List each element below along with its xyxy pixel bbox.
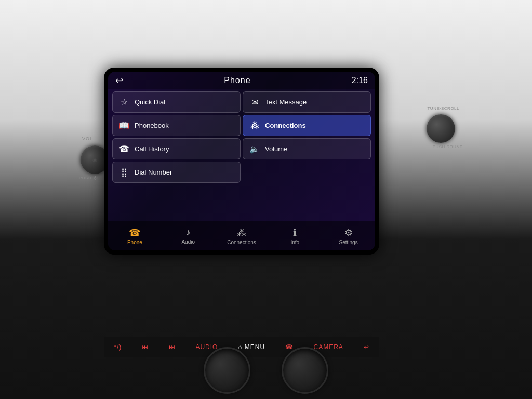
star-button[interactable]: */) — [114, 343, 122, 351]
tune-label: TUNE·SCROLL — [427, 106, 459, 111]
nav-phone[interactable]: ☎ Phone — [108, 225, 162, 247]
call-history-icon: ☎ — [119, 144, 129, 154]
text-message-icon: ✉ — [249, 97, 260, 107]
audio-nav-icon: ♪ — [186, 227, 191, 238]
info-nav-icon: ℹ — [293, 227, 297, 238]
phone-nav-icon: ☎ — [129, 227, 140, 238]
screen: ↩ Phone 2:16 ☆ Quick Dial ✉ Text Message — [108, 72, 375, 250]
nav-audio[interactable]: ♪ Audio — [162, 225, 215, 247]
top-bar: ↩ Phone 2:16 — [108, 72, 375, 89]
volume-button[interactable]: 🔈 Volume — [243, 138, 371, 159]
quick-dial-label: Quick Dial — [135, 98, 165, 106]
phonebook-button[interactable]: 📖 Phonebook — [112, 115, 241, 136]
connections-icon: ⁂ — [249, 121, 260, 130]
tune-knob[interactable] — [427, 114, 455, 143]
volume-icon: 🔈 — [249, 144, 260, 154]
screen-bezel: ↩ Phone 2:16 ☆ Quick Dial ✉ Text Message — [104, 68, 379, 255]
vol-label: VOL — [82, 136, 93, 141]
settings-nav-label: Settings — [339, 240, 358, 245]
phone-nav-label: Phone — [127, 240, 142, 245]
connections-nav-label: Connections — [227, 240, 256, 245]
next-button[interactable]: ⏭ — [169, 343, 176, 351]
bottom-nav: ☎ Phone ♪ Audio ⁂ Connections ℹ Info ⚙ — [108, 221, 375, 250]
back-button[interactable]: ↩ — [115, 75, 123, 86]
nav-connections[interactable]: ⁂ Connections — [215, 225, 269, 247]
clock: 2:16 — [352, 76, 368, 85]
volume-label: Volume — [265, 145, 287, 153]
quick-dial-icon: ☆ — [119, 97, 129, 107]
text-message-button[interactable]: ✉ Text Message — [243, 91, 371, 113]
nav-info[interactable]: ℹ Info — [268, 225, 322, 247]
call-history-label: Call History — [135, 145, 169, 153]
dial-number-icon: ⣿ — [119, 167, 129, 177]
phonebook-icon: 📖 — [119, 121, 129, 130]
connections-nav-icon: ⁂ — [237, 227, 246, 238]
dashboard: VOL ◉ PUSH ⏻ TUNE·SCROLL PUSH SOUND ↩ Ph… — [0, 0, 532, 399]
connections-button[interactable]: ⁂ Connections — [243, 115, 371, 136]
push-sound-label: PUSH SOUND — [433, 144, 463, 149]
settings-nav-icon: ⚙ — [344, 227, 353, 238]
back-ctrl-button[interactable]: ↩ — [364, 343, 369, 351]
screen-title: Phone — [224, 76, 250, 85]
push-label: PUSH ⏻ — [79, 176, 97, 180]
text-message-label: Text Message — [265, 98, 307, 106]
call-history-button[interactable]: ☎ Call History — [112, 138, 241, 159]
prev-button[interactable]: ⏮ — [142, 343, 149, 351]
nav-settings[interactable]: ⚙ Settings — [322, 225, 375, 247]
menu-grid: ☆ Quick Dial ✉ Text Message 📖 Phonebook … — [108, 89, 375, 185]
dial-number-label: Dial Number — [135, 168, 172, 176]
dial-number-button[interactable]: ⣿ Dial Number — [112, 162, 241, 183]
quick-dial-button[interactable]: ☆ Quick Dial — [112, 91, 241, 113]
cup-holder-1 — [204, 347, 250, 394]
connections-label: Connections — [265, 122, 306, 129]
phonebook-label: Phonebook — [135, 122, 169, 129]
cup-holders — [204, 347, 328, 394]
cup-holder-2 — [282, 347, 328, 394]
audio-nav-label: Audio — [181, 239, 195, 245]
info-nav-label: Info — [290, 240, 299, 245]
